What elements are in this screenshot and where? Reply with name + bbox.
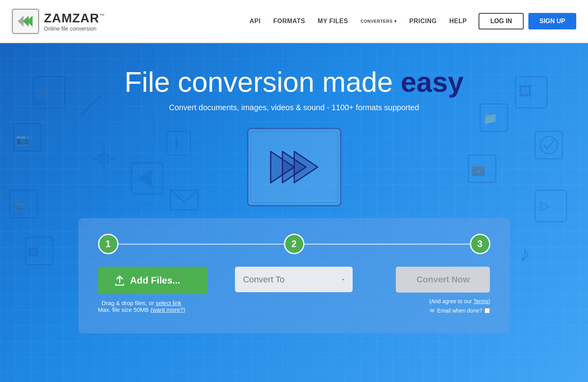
email-row: ✉ Email when done? (430, 307, 490, 314)
svg-rect-34 (480, 104, 508, 131)
upload-icon (114, 275, 126, 286)
hero-title-bold: easy (401, 66, 464, 98)
convert-to-col: Convert To (229, 267, 359, 292)
step-circle-1: 1 (98, 234, 118, 254)
select-link[interactable]: select link (156, 300, 182, 306)
chevron-down-icon: ▾ (394, 19, 397, 24)
step-circle-2: 2 (284, 234, 304, 254)
convert-to-select[interactable]: Convert To (235, 267, 353, 292)
svg-marker-42 (282, 151, 306, 183)
navbar: ZAMZAR™ Online file conversion API FORMA… (0, 0, 588, 43)
actions-row: Add Files... Drag & drop files, or selec… (98, 267, 490, 314)
convert-hint: (And agree to our Terms) (429, 298, 490, 304)
convert-now-col: Convert Now (And agree to our Terms) ✉ E… (359, 267, 490, 314)
svg-text:📷: 📷 (16, 133, 29, 146)
add-files-col: Add Files... Drag & drop files, or selec… (98, 267, 229, 313)
svg-marker-41 (271, 151, 294, 183)
nav-link-converters[interactable]: CONVERTERS ▾ (360, 19, 397, 24)
svg-rect-22 (131, 163, 163, 194)
center-illustration (243, 124, 345, 210)
hero-title-suffix: made (314, 66, 400, 98)
svg-marker-38 (271, 151, 294, 183)
email-icon: ✉ (430, 307, 435, 314)
svg-text:🖼: 🖼 (27, 246, 38, 258)
svg-line-13 (82, 98, 98, 114)
hero-title-accent: conversion (178, 66, 314, 98)
logo-tagline: Online file conversion (44, 25, 105, 32)
svg-rect-25 (167, 131, 190, 155)
svg-marker-39 (282, 151, 306, 183)
logo-area: ZAMZAR™ Online file conversion (12, 9, 105, 34)
add-files-hint: Drag & drop files, or select link Max. f… (98, 300, 186, 313)
nav-links: API FORMATS MY FILES CONVERTERS ▾ PRICIN… (249, 18, 467, 25)
step-circle-3: 3 (470, 234, 490, 254)
convert-now-button[interactable]: Convert Now (396, 267, 490, 293)
email-checkbox[interactable] (484, 308, 490, 313)
nav-buttons: LOG IN SIGN UP (479, 13, 576, 29)
sketch-box (247, 128, 341, 206)
svg-marker-40 (294, 151, 318, 183)
hero-title: File conversion made easy (124, 67, 464, 98)
convert-to-wrapper: Convert To (235, 267, 353, 292)
play-icon (263, 144, 326, 191)
step-line-2 (304, 244, 470, 245)
svg-marker-14 (98, 96, 101, 99)
svg-point-30 (540, 136, 557, 154)
svg-rect-27 (515, 76, 547, 108)
svg-rect-29 (535, 131, 563, 159)
svg-text:▷: ▷ (540, 198, 550, 213)
steps-row: 1 2 3 (98, 234, 490, 254)
want-more-link[interactable]: (want more?) (151, 306, 185, 313)
svg-text:MP3: MP3 (35, 101, 46, 107)
nav-link-pricing[interactable]: PRICING (409, 18, 437, 25)
svg-marker-23 (137, 169, 153, 188)
svg-rect-15 (81, 112, 86, 115)
svg-rect-3 (33, 76, 65, 108)
svg-text:🎵: 🎵 (36, 86, 50, 99)
nav-link-formats[interactable]: FORMATS (273, 18, 305, 25)
svg-rect-31 (535, 190, 566, 222)
add-files-button[interactable]: Add Files... (98, 267, 208, 294)
nav-link-api[interactable]: API (249, 18, 260, 25)
hero-title-prefix: File (124, 66, 178, 98)
svg-rect-11 (25, 237, 53, 265)
svg-text:i: i (175, 135, 178, 151)
svg-rect-24 (171, 190, 198, 210)
logo-text-block: ZAMZAR™ Online file conversion (44, 11, 105, 32)
signup-button[interactable]: SIGN UP (528, 13, 576, 29)
svg-marker-43 (294, 151, 318, 183)
terms-link[interactable]: Terms (473, 298, 488, 304)
svg-text:📁: 📁 (483, 111, 498, 126)
hero-subtitle: Convert documents, images, videos & soun… (169, 103, 419, 112)
hero-section: 🎵 MP3 📷 📹 MOV 🖼 (0, 43, 588, 382)
svg-rect-8 (10, 190, 37, 218)
svg-rect-36 (468, 155, 496, 182)
svg-rect-6 (14, 124, 41, 151)
conversion-form: 1 2 3 Add Files... Drag & drop files, or… (78, 218, 510, 333)
svg-text:♪: ♪ (519, 241, 530, 266)
svg-text:MOV: MOV (12, 212, 22, 218)
svg-point-17 (102, 157, 106, 161)
svg-point-16 (99, 154, 109, 164)
step-line-1 (118, 244, 284, 245)
svg-text:📹: 📹 (12, 198, 25, 211)
svg-marker-0 (18, 16, 24, 27)
nav-link-help[interactable]: HELP (449, 18, 467, 25)
nav-link-my-files[interactable]: MY FILES (318, 18, 348, 25)
logo-brand: ZAMZAR™ (44, 11, 105, 25)
svg-text:💼: 💼 (471, 162, 486, 176)
logo-icon (12, 9, 39, 34)
svg-text:🖼: 🖼 (518, 83, 532, 99)
login-button[interactable]: LOG IN (479, 13, 524, 29)
